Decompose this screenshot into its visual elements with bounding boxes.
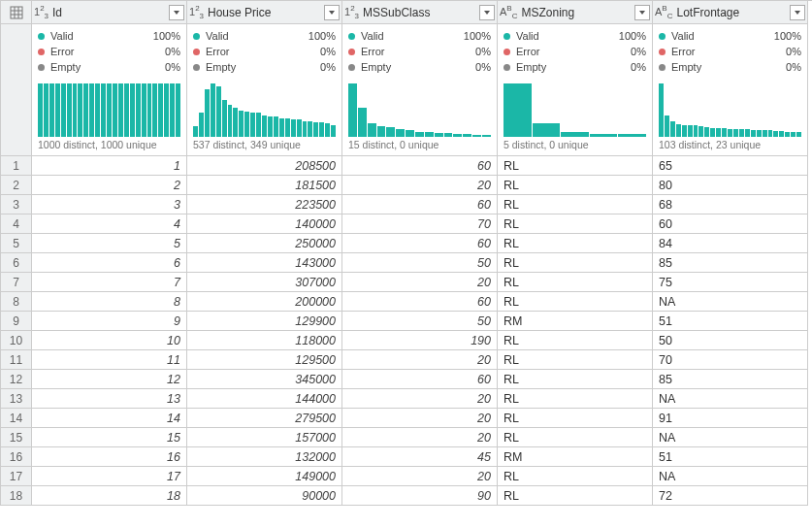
row-number[interactable]: 7 bbox=[1, 273, 32, 292]
data-cell[interactable]: 144000 bbox=[187, 389, 342, 409]
data-cell[interactable]: NA bbox=[653, 292, 808, 312]
data-cell[interactable]: RM bbox=[498, 447, 653, 467]
data-cell[interactable]: 13 bbox=[32, 389, 187, 409]
data-cell[interactable]: 3 bbox=[32, 195, 187, 214]
row-number[interactable]: 13 bbox=[1, 389, 32, 409]
data-cell[interactable]: 80 bbox=[653, 176, 808, 195]
data-cell[interactable]: 5 bbox=[32, 234, 187, 253]
data-cell[interactable]: 2 bbox=[32, 176, 187, 195]
row-number[interactable]: 11 bbox=[1, 350, 32, 370]
data-cell[interactable]: 6 bbox=[32, 253, 187, 273]
data-cell[interactable]: RL bbox=[498, 292, 653, 312]
data-cell[interactable]: RL bbox=[498, 176, 653, 195]
data-cell[interactable]: 72 bbox=[653, 486, 808, 506]
data-cell[interactable]: 60 bbox=[342, 370, 498, 389]
data-cell[interactable]: RL bbox=[498, 273, 653, 292]
data-cell[interactable]: 140000 bbox=[187, 214, 342, 234]
data-cell[interactable]: 50 bbox=[342, 312, 498, 331]
data-cell[interactable]: NA bbox=[653, 389, 808, 409]
row-number[interactable]: 18 bbox=[1, 486, 32, 506]
data-cell[interactable]: 7 bbox=[32, 273, 187, 292]
data-cell[interactable]: 11 bbox=[32, 350, 187, 370]
row-number[interactable]: 17 bbox=[1, 467, 32, 486]
row-number[interactable]: 14 bbox=[1, 409, 32, 428]
data-cell[interactable]: 200000 bbox=[187, 292, 342, 312]
data-cell[interactable]: 132000 bbox=[187, 447, 342, 467]
data-cell[interactable]: RM bbox=[498, 312, 653, 331]
data-cell[interactable]: 45 bbox=[342, 447, 498, 467]
data-cell[interactable]: 208500 bbox=[187, 156, 342, 176]
data-cell[interactable]: 20 bbox=[342, 350, 498, 370]
data-cell[interactable]: 17 bbox=[32, 467, 187, 486]
data-cell[interactable]: RL bbox=[498, 234, 653, 253]
data-cell[interactable]: 60 bbox=[342, 292, 498, 312]
row-number[interactable]: 12 bbox=[1, 370, 32, 389]
data-cell[interactable]: 149000 bbox=[187, 467, 342, 486]
column-header[interactable]: ABCLotFrontage bbox=[653, 1, 808, 24]
column-header[interactable]: 123House Price bbox=[187, 1, 342, 24]
data-cell[interactable]: 60 bbox=[342, 195, 498, 214]
column-filter-button[interactable] bbox=[634, 5, 650, 20]
data-cell[interactable]: 8 bbox=[32, 292, 187, 312]
data-cell[interactable]: 20 bbox=[342, 273, 498, 292]
data-cell[interactable]: 190 bbox=[342, 331, 498, 350]
data-cell[interactable]: 84 bbox=[653, 234, 808, 253]
data-cell[interactable]: 157000 bbox=[187, 428, 342, 447]
data-cell[interactable]: 60 bbox=[342, 234, 498, 253]
data-cell[interactable]: 250000 bbox=[187, 234, 342, 253]
row-number[interactable]: 16 bbox=[1, 447, 32, 467]
data-cell[interactable]: 70 bbox=[342, 214, 498, 234]
row-selector-corner[interactable] bbox=[1, 1, 32, 24]
row-number[interactable]: 10 bbox=[1, 331, 32, 350]
data-cell[interactable]: 4 bbox=[32, 214, 187, 234]
data-cell[interactable]: 51 bbox=[653, 312, 808, 331]
data-cell[interactable]: 68 bbox=[653, 195, 808, 214]
data-cell[interactable]: RL bbox=[498, 331, 653, 350]
data-cell[interactable]: 307000 bbox=[187, 273, 342, 292]
row-number[interactable]: 9 bbox=[1, 312, 32, 331]
column-filter-button[interactable] bbox=[169, 5, 184, 20]
data-cell[interactable]: RL bbox=[498, 409, 653, 428]
data-cell[interactable]: RL bbox=[498, 486, 653, 506]
data-cell[interactable]: 345000 bbox=[187, 370, 342, 389]
data-cell[interactable]: 90 bbox=[342, 486, 498, 506]
data-cell[interactable]: 20 bbox=[342, 467, 498, 486]
data-cell[interactable]: 90000 bbox=[187, 486, 342, 506]
data-cell[interactable]: 20 bbox=[342, 428, 498, 447]
column-filter-button[interactable] bbox=[790, 5, 805, 20]
data-cell[interactable]: 15 bbox=[32, 428, 187, 447]
data-cell[interactable]: 279500 bbox=[187, 409, 342, 428]
data-cell[interactable]: 20 bbox=[342, 389, 498, 409]
data-cell[interactable]: 181500 bbox=[187, 176, 342, 195]
data-cell[interactable]: 85 bbox=[653, 253, 808, 273]
data-cell[interactable]: RL bbox=[498, 253, 653, 273]
data-cell[interactable]: 70 bbox=[653, 350, 808, 370]
data-cell[interactable]: 129500 bbox=[187, 350, 342, 370]
data-cell[interactable]: 9 bbox=[32, 312, 187, 331]
data-cell[interactable]: 14 bbox=[32, 409, 187, 428]
data-cell[interactable]: 60 bbox=[342, 156, 498, 176]
data-cell[interactable]: 18 bbox=[32, 486, 187, 506]
data-cell[interactable]: 10 bbox=[32, 331, 187, 350]
column-header[interactable]: ABCMSZoning bbox=[498, 1, 653, 24]
data-cell[interactable]: 16 bbox=[32, 447, 187, 467]
data-cell[interactable]: RL bbox=[498, 350, 653, 370]
data-cell[interactable]: 129900 bbox=[187, 312, 342, 331]
data-cell[interactable]: RL bbox=[498, 428, 653, 447]
row-number[interactable]: 5 bbox=[1, 234, 32, 253]
data-cell[interactable]: 143000 bbox=[187, 253, 342, 273]
data-cell[interactable]: 223500 bbox=[187, 195, 342, 214]
data-cell[interactable]: 91 bbox=[653, 409, 808, 428]
row-number[interactable]: 8 bbox=[1, 292, 32, 312]
column-filter-button[interactable] bbox=[324, 5, 340, 20]
data-cell[interactable]: RL bbox=[498, 389, 653, 409]
data-cell[interactable]: NA bbox=[653, 428, 808, 447]
data-cell[interactable]: 1 bbox=[32, 156, 187, 176]
data-cell[interactable]: RL bbox=[498, 195, 653, 214]
data-cell[interactable]: 20 bbox=[342, 176, 498, 195]
data-cell[interactable]: 65 bbox=[653, 156, 808, 176]
data-cell[interactable]: 60 bbox=[653, 214, 808, 234]
row-number[interactable]: 15 bbox=[1, 428, 32, 447]
row-number[interactable]: 3 bbox=[1, 195, 32, 214]
data-cell[interactable]: 51 bbox=[653, 447, 808, 467]
